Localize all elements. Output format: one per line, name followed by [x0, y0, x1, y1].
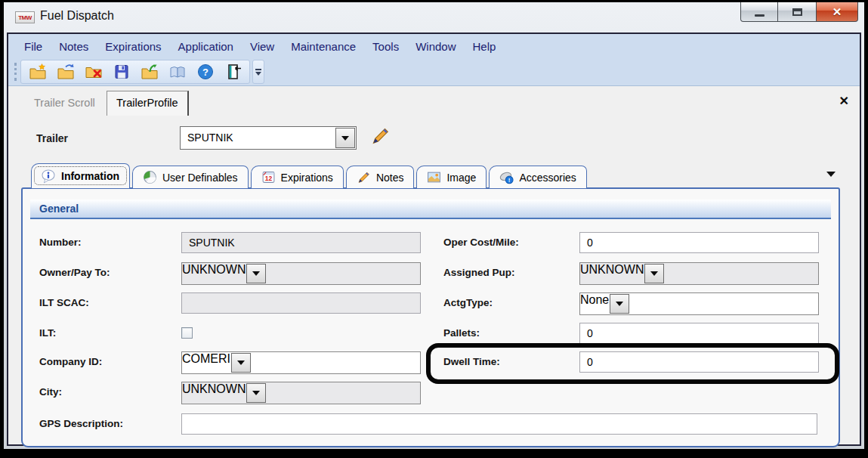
tab-expirations-label: Expirations: [281, 172, 333, 184]
city-select[interactable]: UNKNOWN: [181, 382, 421, 404]
minimize-button[interactable]: [740, 2, 778, 22]
owner-pay-to-dropdown-button[interactable]: [246, 264, 266, 283]
general-group-header: General: [30, 200, 831, 219]
delete-folder-icon: [85, 63, 103, 81]
tab-notes-label: Notes: [376, 172, 404, 184]
tab-expirations[interactable]: 12 Expirations: [251, 166, 344, 188]
help-icon: ?: [196, 63, 215, 81]
assigned-pup-select[interactable]: UNKNOWN: [579, 262, 819, 285]
menu-tools[interactable]: Tools: [366, 38, 406, 55]
menu-notes[interactable]: Notes: [52, 38, 95, 55]
new-folder-button[interactable]: [23, 61, 51, 82]
dwell-time-field[interactable]: 0: [579, 351, 819, 373]
maximize-icon: [792, 8, 802, 16]
workspace: Trailer Scroll TrailerProfile ✕ Trailer …: [8, 87, 860, 444]
tab-strip-overflow-button[interactable]: [826, 172, 836, 177]
save-button[interactable]: [107, 61, 135, 82]
number-label: Number:: [39, 237, 82, 248]
tab-trailer-profile-label: TrailerProfile: [116, 97, 178, 109]
dropdown-arrow-icon: [616, 302, 623, 306]
close-window-button[interactable]: ✕: [816, 2, 858, 22]
number-field: SPUTNIK: [181, 232, 421, 253]
information-tab-panel: General Number: SPUTNIK Owner/Pay To: UN…: [21, 187, 840, 447]
menu-help[interactable]: Help: [466, 38, 503, 55]
application-window: TMW Fuel Dispatch ✕ File Notes Expiratio…: [4, 2, 864, 449]
ilt-checkbox[interactable]: [181, 327, 193, 339]
tab-trailer-scroll[interactable]: Trailer Scroll: [34, 97, 95, 109]
tab-notes[interactable]: Notes: [346, 166, 415, 188]
maximize-button[interactable]: [778, 2, 816, 22]
tab-user-definables[interactable]: User Definables: [132, 166, 249, 188]
general-group-title: General: [39, 203, 79, 215]
dropdown-arrow-icon: [237, 361, 245, 365]
info-balloon-icon: [42, 169, 56, 184]
svg-text:12: 12: [264, 175, 272, 182]
tab-user-definables-label: User Definables: [162, 172, 238, 184]
client-area: File Notes Expirations Application View …: [7, 32, 861, 446]
pencil-icon: [357, 170, 371, 184]
actg-type-select[interactable]: None: [579, 292, 819, 315]
tab-image[interactable]: Image: [416, 166, 487, 188]
pie-chart-icon: [143, 170, 157, 184]
dropdown-arrow-icon: [252, 391, 260, 395]
oper-cost-mile-field[interactable]: 0: [579, 232, 819, 253]
assigned-pup-label: Assigned Pup:: [443, 267, 515, 278]
open-folder-button[interactable]: [51, 61, 79, 82]
pencil-icon: [370, 125, 391, 146]
menu-expirations[interactable]: Expirations: [98, 38, 168, 55]
dropdown-arrow-icon: [252, 271, 260, 276]
company-id-select[interactable]: COMERI: [181, 351, 421, 374]
svg-text:?: ?: [202, 67, 209, 78]
oper-cost-mile-label: Oper Cost/Mile:: [443, 237, 519, 248]
help-button[interactable]: ?: [191, 61, 219, 82]
edit-trailer-button[interactable]: [370, 125, 391, 149]
company-id-dropdown-button[interactable]: [231, 353, 251, 373]
menu-file[interactable]: File: [17, 38, 49, 55]
company-id-label: Company ID:: [39, 356, 102, 367]
save-icon: [113, 63, 131, 81]
tab-trailer-profile[interactable]: TrailerProfile: [107, 91, 189, 116]
pallets-field[interactable]: 0: [579, 323, 819, 344]
calendar-12-icon: 12: [261, 170, 276, 184]
tab-accessories-label: Accessories: [519, 172, 576, 184]
trailer-select[interactable]: SPUTNIK: [180, 126, 357, 150]
profile-tab-strip: Information User Definables 12: [31, 163, 589, 188]
trailer-dropdown-button[interactable]: [335, 128, 355, 148]
export-folder-icon: [141, 63, 159, 81]
menu-window[interactable]: Window: [409, 38, 462, 55]
dropdown-arrow-icon: [650, 271, 658, 276]
owner-pay-to-label: Owner/Pay To:: [39, 267, 110, 278]
chevron-down-icon: [255, 72, 261, 76]
export-folder-button[interactable]: [135, 61, 163, 82]
manual-button[interactable]: [163, 61, 191, 82]
delete-folder-button[interactable]: [79, 61, 107, 82]
chevron-down-icon: [826, 172, 836, 177]
window-controls: ✕: [740, 2, 858, 22]
toolbar-grip-handle[interactable]: [14, 63, 17, 81]
tab-accessories[interactable]: ! Accessories: [489, 166, 586, 188]
new-folder-icon: [29, 63, 47, 81]
menu-view[interactable]: View: [243, 38, 281, 55]
gps-description-field[interactable]: [181, 413, 817, 435]
close-tab-icon[interactable]: ✕: [839, 95, 849, 107]
tab-information-label: Information: [61, 170, 119, 182]
actg-type-dropdown-button[interactable]: [610, 294, 629, 314]
city-label: City:: [39, 386, 62, 398]
owner-pay-to-select[interactable]: UNKNOWN: [181, 262, 421, 285]
menu-bar: File Notes Expirations Application View …: [8, 34, 860, 58]
ilt-scac-label: ILT SCAC:: [39, 297, 89, 308]
tool-bar: ?: [8, 58, 860, 86]
title-bar: TMW Fuel Dispatch ✕: [4, 2, 864, 32]
menu-application[interactable]: Application: [171, 38, 240, 55]
app-logo-icon: TMW: [15, 11, 35, 23]
exit-button[interactable]: [219, 61, 247, 82]
actg-type-label: ActgType:: [443, 297, 493, 308]
toolbar-overflow-button[interactable]: [252, 60, 264, 84]
window-title: Fuel Dispatch: [40, 9, 114, 23]
assigned-pup-dropdown-button[interactable]: [644, 264, 664, 283]
pallets-label: Pallets:: [443, 327, 480, 339]
menu-maintenance[interactable]: Maintenance: [284, 38, 363, 55]
exit-door-icon: [224, 63, 242, 81]
tab-information[interactable]: Information: [31, 163, 130, 188]
city-dropdown-button[interactable]: [246, 383, 266, 403]
